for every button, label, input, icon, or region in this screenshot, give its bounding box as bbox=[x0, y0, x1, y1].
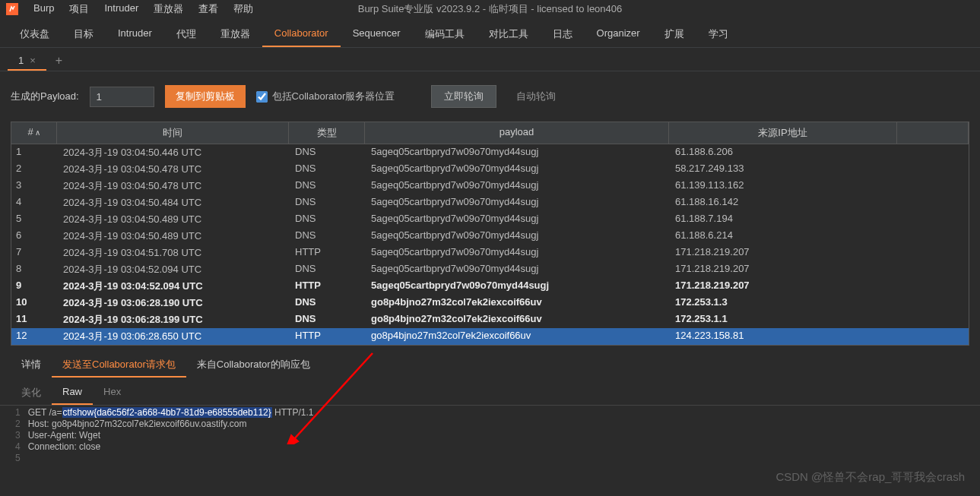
menu-重放器[interactable]: 重放器 bbox=[146, 2, 191, 16]
menu-burp[interactable]: Burp bbox=[26, 2, 62, 16]
table-row[interactable]: 92024-3月-19 03:04:52.094 UTCHTTP5ageq05c… bbox=[11, 278, 969, 295]
req-line2: Host: go8p4bjno27m32col7ek2iexcoif66uv.o… bbox=[28, 419, 314, 430]
view-tab-bar: 美化RawHex bbox=[0, 378, 980, 406]
col-header-num[interactable]: #∧ bbox=[11, 122, 57, 144]
detail-tab-bar: 详情发送至Collaborator请求包来自Collaborator的响应包 bbox=[0, 346, 980, 378]
sub-tab-1[interactable]: 1 × bbox=[8, 52, 46, 71]
detail-tab-0[interactable]: 详情 bbox=[11, 353, 52, 378]
main-tab-重放器[interactable]: 重放器 bbox=[208, 23, 262, 47]
payload-count-label: 生成的Payload: bbox=[11, 90, 79, 103]
titlebar: Burp项目Intruder重放器查看帮助 Burp Suite专业版 v202… bbox=[0, 0, 980, 18]
interactions-table: #∧ 时间 类型 payload 来源IP地址 12024-3月-19 03:0… bbox=[11, 122, 969, 346]
req-line1-pre: GET /a= bbox=[28, 407, 62, 418]
main-tab-bar: 仪表盘目标Intruder代理重放器CollaboratorSequencer编… bbox=[0, 18, 980, 48]
req-line1-post: HTTP/1.1 bbox=[272, 407, 314, 418]
copy-to-clipboard-button[interactable]: 复制到剪贴板 bbox=[165, 85, 246, 108]
main-tab-sequencer[interactable]: Sequencer bbox=[341, 23, 413, 47]
menu-项目[interactable]: 项目 bbox=[62, 2, 97, 16]
menu-intruder[interactable]: Intruder bbox=[97, 2, 146, 16]
close-icon[interactable]: × bbox=[30, 55, 36, 66]
req-line5 bbox=[28, 453, 314, 464]
detail-tab-2[interactable]: 来自Collaborator的响应包 bbox=[186, 353, 321, 378]
main-tab-代理[interactable]: 代理 bbox=[164, 23, 208, 47]
main-tab-intruder[interactable]: Intruder bbox=[106, 23, 164, 47]
req-line4: Connection: close bbox=[28, 441, 314, 453]
view-tab-hex[interactable]: Hex bbox=[93, 382, 132, 405]
auto-poll-button[interactable]: 自动轮询 bbox=[507, 86, 565, 107]
menu-帮助[interactable]: 帮助 bbox=[226, 2, 261, 16]
table-row[interactable]: 102024-3月-19 03:06:28.190 UTCDNSgo8p4bjn… bbox=[11, 295, 969, 311]
table-row[interactable]: 12024-3月-19 03:04:50.446 UTCDNS5ageq05ca… bbox=[11, 144, 969, 161]
include-server-checkbox[interactable] bbox=[256, 91, 268, 103]
watermark: CSDN @怪兽不会rap_哥哥我会crash bbox=[775, 470, 965, 485]
payload-count-input[interactable] bbox=[90, 87, 154, 107]
req-line3: User-Agent: Wget bbox=[28, 430, 314, 441]
main-tab-编码工具[interactable]: 编码工具 bbox=[413, 23, 477, 47]
table-row[interactable]: 82024-3月-19 03:04:52.094 UTCDNS5ageq05ca… bbox=[11, 261, 969, 278]
main-tab-organizer[interactable]: Organizer bbox=[585, 23, 652, 47]
burp-logo-icon bbox=[6, 3, 18, 15]
col-header-empty bbox=[897, 122, 969, 144]
table-row[interactable]: 112024-3月-19 03:06:28.199 UTCDNSgo8p4bjn… bbox=[11, 311, 969, 328]
table-row[interactable]: 32024-3月-19 03:04:50.478 UTCDNS5ageq05ca… bbox=[11, 178, 969, 194]
col-header-time[interactable]: 时间 bbox=[57, 122, 289, 144]
col-header-payload[interactable]: payload bbox=[365, 122, 669, 144]
main-tab-仪表盘[interactable]: 仪表盘 bbox=[8, 23, 62, 47]
main-tab-扩展[interactable]: 扩展 bbox=[652, 23, 696, 47]
app-title: Burp Suite专业版 v2023.9.2 - 临时项目 - license… bbox=[358, 2, 623, 16]
sub-tab-label: 1 bbox=[18, 55, 24, 66]
view-tab-raw[interactable]: Raw bbox=[52, 382, 93, 405]
highlighted-flag: ctfshow{da6c56f2-a668-4bb7-81d9-e68555de… bbox=[62, 407, 272, 418]
detail-tab-1[interactable]: 发送至Collaborator请求包 bbox=[52, 353, 186, 378]
main-tab-目标[interactable]: 目标 bbox=[62, 23, 106, 47]
main-tab-学习[interactable]: 学习 bbox=[696, 23, 741, 47]
view-tab-美化[interactable]: 美化 bbox=[11, 382, 52, 405]
table-row[interactable]: 62024-3月-19 03:04:50.489 UTCDNS5ageq05ca… bbox=[11, 228, 969, 245]
col-header-type[interactable]: 类型 bbox=[289, 122, 365, 144]
toolbar: 生成的Payload: 复制到剪贴板 包括Collaborator服务器位置 立… bbox=[0, 71, 980, 122]
col-header-ip[interactable]: 来源IP地址 bbox=[669, 122, 897, 144]
code-content[interactable]: GET /a=ctfshow{da6c56f2-a668-4bb7-81d9-e… bbox=[25, 406, 317, 466]
add-tab-button[interactable]: + bbox=[46, 51, 71, 71]
poll-now-button[interactable]: 立即轮询 bbox=[431, 85, 496, 108]
table-header: #∧ 时间 类型 payload 来源IP地址 bbox=[11, 122, 969, 144]
table-row[interactable]: 72024-3月-19 03:04:51.708 UTCHTTP5ageq05c… bbox=[11, 245, 969, 261]
include-server-label: 包括Collaborator服务器位置 bbox=[272, 90, 395, 103]
menu-查看[interactable]: 查看 bbox=[191, 2, 226, 16]
request-editor[interactable]: 12345 GET /a=ctfshow{da6c56f2-a668-4bb7-… bbox=[11, 406, 969, 466]
main-tab-collaborator[interactable]: Collaborator bbox=[262, 23, 341, 47]
sort-asc-icon: ∧ bbox=[35, 128, 40, 137]
table-row[interactable]: 42024-3月-19 03:04:50.484 UTCDNS5ageq05ca… bbox=[11, 194, 969, 211]
sub-tab-bar: 1 × + bbox=[0, 48, 980, 71]
main-tab-日志[interactable]: 日志 bbox=[541, 23, 585, 47]
table-row[interactable]: 122024-3月-19 03:06:28.650 UTCHTTPgo8p4bj… bbox=[11, 328, 969, 345]
table-row[interactable]: 52024-3月-19 03:04:50.489 UTCDNS5ageq05ca… bbox=[11, 211, 969, 228]
table-row[interactable]: 22024-3月-19 03:04:50.478 UTCDNS5ageq05ca… bbox=[11, 161, 969, 178]
line-gutter: 12345 bbox=[11, 406, 25, 466]
main-tab-对比工具[interactable]: 对比工具 bbox=[477, 23, 541, 47]
